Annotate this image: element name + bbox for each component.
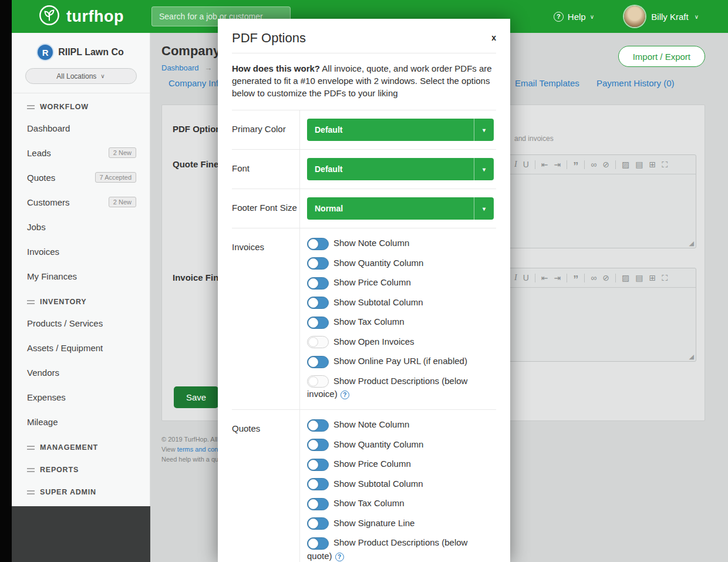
show-signature-line-toggle[interactable] xyxy=(307,517,329,530)
blockquote-icon[interactable]: ” xyxy=(573,163,578,170)
underline-icon[interactable]: U xyxy=(523,160,529,169)
user-menu[interactable]: Billy Kraft ∨ xyxy=(624,0,699,33)
sidebar-item-my-finances[interactable]: My Finances xyxy=(12,264,150,288)
customers-badge: 2 New xyxy=(109,197,136,207)
sidebar-item-label: My Finances xyxy=(27,271,77,281)
invoices-show-product-descriptions-toggle[interactable] xyxy=(307,375,329,388)
sidebar-item-invoices[interactable]: Invoices xyxy=(12,239,150,264)
show-open-invoices-toggle[interactable] xyxy=(307,336,329,348)
indent-icon[interactable]: ⇥ xyxy=(554,274,561,282)
footer-font-size-value: Normal xyxy=(307,204,343,213)
help-circle-icon[interactable]: ? xyxy=(335,553,344,561)
toggle-label: Show Signature Line xyxy=(333,518,414,528)
font-select[interactable]: Default ▾ xyxy=(307,158,494,180)
toolbar-divider xyxy=(615,160,616,169)
fullscreen-icon[interactable]: ⛶ xyxy=(662,160,668,169)
toggle-label: Show Quantity Column xyxy=(333,258,423,268)
invoices-group-label: Invoices xyxy=(232,228,300,409)
resize-handle-icon[interactable]: ◢ xyxy=(689,353,694,361)
image-icon[interactable]: ▨ xyxy=(622,274,629,282)
toggle-knob xyxy=(308,499,318,509)
save-button[interactable]: Save xyxy=(174,386,218,408)
resize-handle-icon[interactable]: ◢ xyxy=(689,240,694,247)
sidebar-item-expenses[interactable]: Expenses xyxy=(12,385,150,409)
underline-icon[interactable]: U xyxy=(523,274,529,282)
avatar xyxy=(624,6,645,27)
page-icon[interactable]: ▤ xyxy=(635,160,643,169)
outdent-icon[interactable]: ⇤ xyxy=(541,274,548,282)
blockquote-icon[interactable]: ” xyxy=(573,277,578,283)
help-circle-icon[interactable]: ? xyxy=(341,391,349,399)
quotes-badge: 7 Accepted xyxy=(95,172,136,183)
quotes-show-tax-column-toggle[interactable] xyxy=(307,498,329,510)
quotes-show-quantity-column-toggle[interactable] xyxy=(307,439,329,451)
quotes-show-product-descriptions-toggle[interactable] xyxy=(307,537,329,550)
invoices-show-subtotal-column-toggle[interactable] xyxy=(307,297,329,309)
toggle-label: Show Price Column xyxy=(333,277,411,287)
outdent-icon[interactable]: ⇤ xyxy=(541,160,548,169)
table-icon[interactable]: ⊞ xyxy=(649,160,656,169)
close-icon[interactable]: x xyxy=(491,33,496,42)
invoices-show-price-column-toggle[interactable] xyxy=(307,277,329,290)
link-icon[interactable]: ∞ xyxy=(591,160,596,169)
quotes-show-subtotal-column-toggle[interactable] xyxy=(307,478,329,490)
toggle-label: Show Product Descriptions (below invoice… xyxy=(307,376,467,399)
show-online-pay-url-toggle[interactable] xyxy=(307,356,329,368)
sidebar-section-reports[interactable]: REPORTS xyxy=(12,456,150,479)
primary-color-label: Primary Color xyxy=(232,110,300,149)
invoices-show-quantity-column-toggle[interactable] xyxy=(307,257,329,270)
italic-icon[interactable]: I xyxy=(514,274,517,282)
page-icon[interactable]: ▤ xyxy=(635,274,643,282)
tab-payment-history[interactable]: Payment History (0) xyxy=(596,78,675,88)
toggle-label: Show Quantity Column xyxy=(333,439,423,449)
footer-font-size-row: Footer Font Size Normal ▾ xyxy=(232,189,496,228)
sidebar-item-dashboard[interactable]: Dashboard xyxy=(12,116,150,140)
toggle-row: Show Product Descriptions (below invoice… xyxy=(307,375,488,401)
toggle-knob xyxy=(308,460,318,470)
user-name: Billy Kraft xyxy=(651,12,688,22)
footer-font-size-select[interactable]: Normal ▾ xyxy=(307,197,494,220)
leads-badge: 2 New xyxy=(109,147,136,158)
toggle-knob xyxy=(308,298,318,308)
sidebar-item-customers[interactable]: Customers2 New xyxy=(12,190,150,214)
breadcrumb-dashboard[interactable]: Dashboard xyxy=(161,63,199,72)
invoices-show-tax-column-toggle[interactable] xyxy=(307,317,329,329)
help-menu[interactable]: ? Help ∨ xyxy=(554,0,594,33)
sidebar-item-quotes[interactable]: Quotes7 Accepted xyxy=(12,165,150,190)
sidebar-item-leads[interactable]: Leads2 New xyxy=(12,140,150,165)
sidebar-item-jobs[interactable]: Jobs xyxy=(12,214,150,239)
brand[interactable]: turfhop xyxy=(38,5,124,28)
quotes-show-note-column-toggle[interactable] xyxy=(307,419,329,432)
image-icon[interactable]: ▨ xyxy=(622,160,629,169)
toggle-row: Show Tax Column xyxy=(307,315,488,329)
caret-down-icon: ▾ xyxy=(474,119,494,141)
sidebar-section-super-admin[interactable]: SUPER ADMIN xyxy=(12,479,150,501)
import-export-button[interactable]: Import / Export xyxy=(618,46,705,67)
italic-icon[interactable]: I xyxy=(514,160,517,169)
location-selector-label: All Locations xyxy=(56,72,96,80)
link-icon[interactable]: ∞ xyxy=(591,274,596,282)
unlink-icon[interactable]: ⊘ xyxy=(602,274,609,282)
sidebar-section-inventory: INVENTORY xyxy=(12,288,150,311)
sidebar-section-management[interactable]: MANAGEMENT xyxy=(12,434,150,456)
table-icon[interactable]: ⊞ xyxy=(649,274,656,282)
sidebar-item-label: Vendors xyxy=(27,368,59,378)
primary-color-select[interactable]: Default ▾ xyxy=(307,119,494,141)
toolbar-divider xyxy=(535,160,535,169)
sidebar-item-label: Expenses xyxy=(27,392,66,402)
sidebar-item-products-services[interactable]: Products / Services xyxy=(12,311,150,335)
fullscreen-icon[interactable]: ⛶ xyxy=(662,274,668,282)
sidebar-item-assets-equipment[interactable]: Assets / Equipment xyxy=(12,335,150,360)
unlink-icon[interactable]: ⊘ xyxy=(602,160,609,169)
quotes-show-price-column-toggle[interactable] xyxy=(307,459,329,471)
toggle-knob xyxy=(308,420,318,430)
location-selector[interactable]: All Locations ∨ xyxy=(25,68,137,84)
tab-email-templates[interactable]: Email Templates xyxy=(515,78,579,88)
modal-header: PDF Options x xyxy=(218,19,510,53)
sidebar-item-mileage[interactable]: Mileage xyxy=(12,409,150,434)
fineprint-helper-text: and invoices xyxy=(514,134,554,143)
indent-icon[interactable]: ⇥ xyxy=(554,160,561,169)
tab-company-info[interactable]: Company Info xyxy=(168,78,223,88)
invoices-show-note-column-toggle[interactable] xyxy=(307,238,329,250)
sidebar-item-vendors[interactable]: Vendors xyxy=(12,360,150,385)
